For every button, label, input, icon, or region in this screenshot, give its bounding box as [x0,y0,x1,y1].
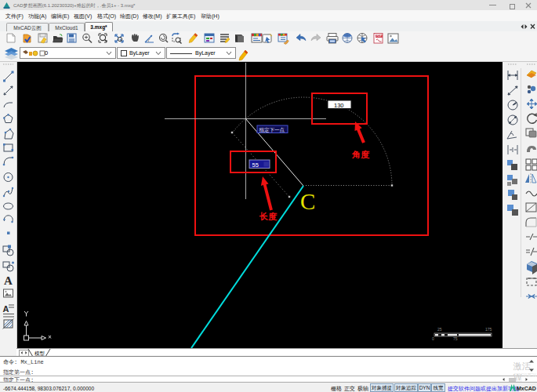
svg-text:A: A [3,304,9,314]
svg-text:PDF: PDF [376,34,382,38]
svg-text:指定下一点: 指定下一点 [259,127,285,133]
svg-text:0: 0 [432,336,434,341]
svg-text:C: C [300,189,315,214]
svg-text:角度: 角度 [351,150,370,159]
svg-text:175: 175 [485,327,492,332]
svg-text:长度: 长度 [259,212,278,221]
svg-text:A: A [4,274,13,287]
svg-text:75: 75 [453,336,458,341]
svg-text:25: 25 [437,327,442,332]
svg-text:130: 130 [334,102,344,109]
svg-text:55: 55 [252,162,259,169]
